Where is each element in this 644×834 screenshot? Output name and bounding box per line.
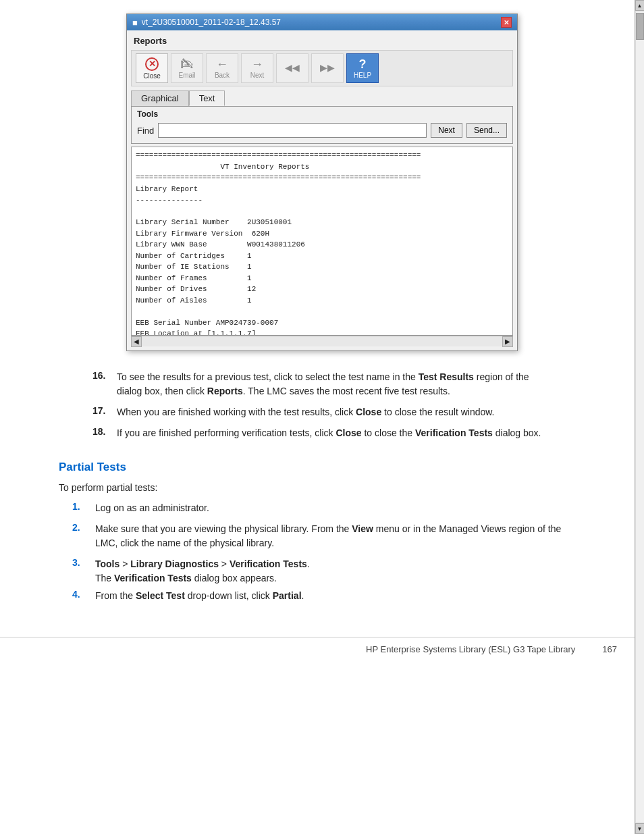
- partial-item-1-text: Log on as an administrator.: [95, 501, 585, 515]
- partial-item-3-wrapper: 3. Tools > Library Diagnostics > Verific…: [72, 557, 585, 583]
- partial-item-3-text: Tools > Library Diagnostics > Verificati…: [95, 557, 585, 571]
- help-icon: ?: [359, 58, 367, 70]
- back-label: Back: [215, 72, 230, 79]
- item-16-number: 16.: [92, 370, 111, 381]
- next-icon: →: [251, 58, 263, 70]
- partial-item-2: 2. Make sure that you are viewing the ph…: [72, 522, 585, 550]
- footer-text: HP Enterprise Systems Library (ESL) G3 T…: [366, 644, 575, 654]
- item-18-text: If you are finished performing verificat…: [117, 426, 552, 440]
- partial-item-3: 3. Tools > Library Diagnostics > Verific…: [72, 557, 585, 571]
- next-button[interactable]: → Next: [241, 53, 273, 83]
- last-button[interactable]: ▶▶: [311, 53, 344, 83]
- item-17-text: When you are finished working with the t…: [117, 405, 552, 419]
- window-body: Reports ✕ Close 🖎 Email ← Back → Next: [127, 30, 517, 350]
- toolbar: ✕ Close 🖎 Email ← Back → Next ◀◀: [131, 50, 513, 86]
- close-button[interactable]: ✕ Close: [136, 53, 168, 83]
- reports-label: Reports: [131, 34, 513, 47]
- vertical-scrollbar[interactable]: ▲ ▼: [635, 0, 644, 834]
- partial-item-3-number: 3.: [72, 557, 88, 568]
- tools-section: Tools Find Next Send...: [131, 106, 513, 144]
- tab-graphical[interactable]: Graphical: [131, 90, 189, 106]
- item-18: 18. If you are finished performing verif…: [92, 426, 552, 440]
- partial-item-3-subtext: The Verification Tests dialog box appear…: [95, 573, 585, 583]
- scroll-thumb[interactable]: [636, 13, 644, 40]
- window-titlebar: ■ vt_2U30510001_2011-02-18_12.43.57 ✕: [127, 14, 517, 30]
- footer-page: 167: [602, 644, 617, 654]
- reports-window: ■ vt_2U30510001_2011-02-18_12.43.57 ✕ Re…: [126, 14, 518, 351]
- close-label: Close: [143, 72, 161, 80]
- partial-intro: To perform partial tests:: [59, 482, 585, 493]
- find-row: Find Next Send...: [137, 123, 507, 138]
- tabs-row: Graphical Text: [131, 90, 513, 106]
- partial-item-1: 1. Log on as an administrator.: [72, 501, 585, 515]
- first-button[interactable]: ◀◀: [276, 53, 308, 83]
- email-icon: 🖎: [181, 58, 193, 70]
- email-label: Email: [178, 72, 195, 79]
- horizontal-scrollbar[interactable]: ◀ ▶: [131, 336, 513, 346]
- find-input[interactable]: [158, 123, 427, 138]
- item-16: 16. To see the results for a previous te…: [92, 370, 552, 398]
- scroll-track[interactable]: [635, 11, 645, 823]
- partial-item-4-number: 4.: [72, 589, 88, 600]
- partial-items-list: 1. Log on as an administrator. 2. Make s…: [72, 501, 585, 603]
- send-button[interactable]: Send...: [466, 123, 507, 138]
- help-label: HELP: [354, 72, 371, 79]
- hscroll-left-button[interactable]: ◀: [131, 336, 142, 347]
- item-17: 17. When you are finished working with t…: [92, 405, 552, 419]
- find-label: Find: [137, 126, 154, 136]
- partial-item-4-text: From the Select Test drop-down list, cli…: [95, 589, 585, 603]
- next-label: Next: [250, 72, 265, 79]
- first-icon: ◀◀: [285, 63, 300, 72]
- tools-legend: Tools: [137, 109, 507, 119]
- tab-text[interactable]: Text: [189, 90, 225, 106]
- next-find-button[interactable]: Next: [431, 123, 462, 138]
- hscroll-track[interactable]: [142, 336, 502, 346]
- partial-item-2-text: Make sure that you are viewing the physi…: [95, 522, 585, 550]
- close-icon: ✕: [145, 57, 159, 71]
- hscroll-right-button[interactable]: ▶: [502, 336, 513, 347]
- scroll-up-button[interactable]: ▲: [635, 0, 645, 11]
- window-title: vt_2U30510001_2011-02-18_12.43.57: [142, 18, 281, 27]
- partial-tests-section: Partial Tests To perform partial tests: …: [59, 461, 585, 610]
- scroll-down-button[interactable]: ▼: [635, 823, 645, 834]
- partial-item-2-number: 2.: [72, 522, 88, 533]
- item-18-number: 18.: [92, 426, 111, 437]
- last-icon: ▶▶: [320, 63, 335, 72]
- help-button[interactable]: ? HELP: [346, 53, 379, 83]
- page-container: ■ vt_2U30510001_2011-02-18_12.43.57 ✕ Re…: [0, 0, 644, 834]
- back-icon: ←: [216, 58, 228, 70]
- report-area: ========================================…: [131, 147, 513, 336]
- partial-tests-heading: Partial Tests: [59, 461, 585, 474]
- back-button[interactable]: ← Back: [206, 53, 238, 83]
- hp-logo-icon: ■: [132, 18, 138, 28]
- item-17-number: 17.: [92, 405, 111, 416]
- page-footer: HP Enterprise Systems Library (ESL) G3 T…: [0, 637, 644, 654]
- email-button[interactable]: 🖎 Email: [171, 53, 203, 83]
- partial-item-4: 4. From the Select Test drop-down list, …: [72, 589, 585, 603]
- partial-item-1-number: 1.: [72, 501, 88, 512]
- report-text: ========================================…: [136, 150, 508, 335]
- report-content: ========================================…: [132, 147, 512, 335]
- item-16-text: To see the results for a previous test, …: [117, 370, 552, 398]
- window-close-btn[interactable]: ✕: [501, 17, 512, 28]
- body-text-area: 16. To see the results for a previous te…: [92, 370, 552, 447]
